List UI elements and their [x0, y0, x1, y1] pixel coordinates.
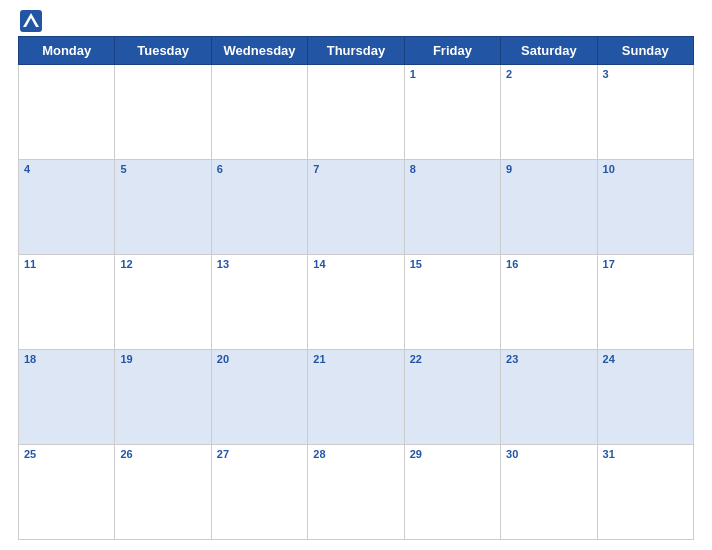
- day-header-sunday: Sunday: [597, 37, 693, 65]
- calendar-cell: 25: [19, 445, 115, 540]
- calendar-cell: [115, 65, 211, 160]
- day-number: 10: [603, 163, 688, 175]
- day-number: 5: [120, 163, 205, 175]
- calendar-cell: 29: [404, 445, 500, 540]
- day-header-thursday: Thursday: [308, 37, 404, 65]
- calendar-cell: 20: [211, 350, 307, 445]
- day-header-monday: Monday: [19, 37, 115, 65]
- calendar-cell: [19, 65, 115, 160]
- day-number: 3: [603, 68, 688, 80]
- calendar-header: [18, 10, 694, 32]
- day-number: 11: [24, 258, 109, 270]
- day-number: 25: [24, 448, 109, 460]
- week-row-2: 45678910: [19, 160, 694, 255]
- calendar-cell: 22: [404, 350, 500, 445]
- day-number: 8: [410, 163, 495, 175]
- calendar-cell: 23: [501, 350, 597, 445]
- day-number: 22: [410, 353, 495, 365]
- day-number: 7: [313, 163, 398, 175]
- day-number: 20: [217, 353, 302, 365]
- day-header-friday: Friday: [404, 37, 500, 65]
- calendar-cell: 4: [19, 160, 115, 255]
- day-number: 18: [24, 353, 109, 365]
- day-number: 31: [603, 448, 688, 460]
- day-header-saturday: Saturday: [501, 37, 597, 65]
- week-row-3: 11121314151617: [19, 255, 694, 350]
- calendar-cell: 5: [115, 160, 211, 255]
- calendar-cell: 6: [211, 160, 307, 255]
- day-number: 19: [120, 353, 205, 365]
- calendar-cell: 8: [404, 160, 500, 255]
- calendar-cell: 31: [597, 445, 693, 540]
- calendar-cell: 24: [597, 350, 693, 445]
- day-number: 13: [217, 258, 302, 270]
- day-number: 21: [313, 353, 398, 365]
- day-header-wednesday: Wednesday: [211, 37, 307, 65]
- calendar-cell: 18: [19, 350, 115, 445]
- calendar-cell: [308, 65, 404, 160]
- week-row-1: 123: [19, 65, 694, 160]
- calendar-cell: 14: [308, 255, 404, 350]
- day-number: 9: [506, 163, 591, 175]
- day-number: 26: [120, 448, 205, 460]
- logo-icon: [20, 10, 42, 32]
- calendar-cell: 10: [597, 160, 693, 255]
- calendar-cell: 19: [115, 350, 211, 445]
- calendar-cell: 16: [501, 255, 597, 350]
- day-number: 23: [506, 353, 591, 365]
- week-row-4: 18192021222324: [19, 350, 694, 445]
- day-number: 27: [217, 448, 302, 460]
- day-number: 1: [410, 68, 495, 80]
- calendar-cell: 21: [308, 350, 404, 445]
- calendar-cell: 3: [597, 65, 693, 160]
- day-header-tuesday: Tuesday: [115, 37, 211, 65]
- day-number: 15: [410, 258, 495, 270]
- calendar-cell: 28: [308, 445, 404, 540]
- calendar-cell: 11: [19, 255, 115, 350]
- calendar-cell: 12: [115, 255, 211, 350]
- calendar-cell: 9: [501, 160, 597, 255]
- calendar-cell: 26: [115, 445, 211, 540]
- day-number: 2: [506, 68, 591, 80]
- logo: [20, 10, 50, 32]
- calendar-cell: 7: [308, 160, 404, 255]
- day-number: 16: [506, 258, 591, 270]
- day-number: 12: [120, 258, 205, 270]
- calendar-cell: 15: [404, 255, 500, 350]
- day-number: 4: [24, 163, 109, 175]
- calendar-cell: 13: [211, 255, 307, 350]
- calendar-table: MondayTuesdayWednesdayThursdayFridaySatu…: [18, 36, 694, 540]
- calendar-cell: 1: [404, 65, 500, 160]
- day-number: 14: [313, 258, 398, 270]
- day-number: 28: [313, 448, 398, 460]
- day-number: 30: [506, 448, 591, 460]
- calendar-cell: [211, 65, 307, 160]
- calendar-cell: 27: [211, 445, 307, 540]
- week-row-5: 25262728293031: [19, 445, 694, 540]
- days-header-row: MondayTuesdayWednesdayThursdayFridaySatu…: [19, 37, 694, 65]
- calendar-cell: 17: [597, 255, 693, 350]
- day-number: 29: [410, 448, 495, 460]
- day-number: 6: [217, 163, 302, 175]
- calendar-cell: 2: [501, 65, 597, 160]
- day-number: 24: [603, 353, 688, 365]
- calendar-cell: 30: [501, 445, 597, 540]
- day-number: 17: [603, 258, 688, 270]
